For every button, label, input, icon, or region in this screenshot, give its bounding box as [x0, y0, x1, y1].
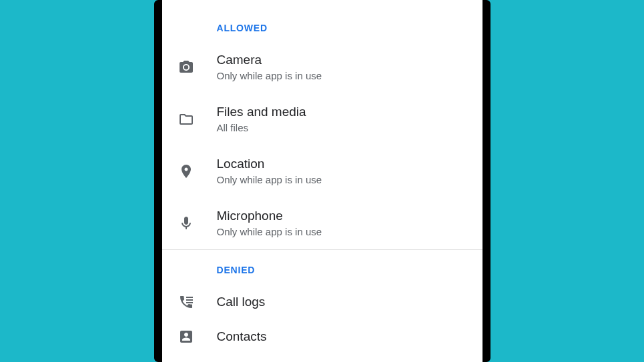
svg-point-0 [184, 65, 188, 69]
call-log-icon [178, 294, 217, 310]
location-icon [178, 163, 217, 179]
permission-text: Microphone Only while app is in use [217, 208, 322, 239]
phone-frame: ALLOWED Camera Only while app is in use … [154, 0, 491, 362]
permission-title: Call logs [217, 294, 266, 310]
permission-subtitle: Only while app is in use [217, 173, 322, 187]
permission-row-camera[interactable]: Camera Only while app is in use [162, 41, 482, 93]
permission-row-files[interactable]: Files and media All files [162, 93, 482, 145]
permission-title: Contacts [217, 329, 267, 345]
folder-icon [178, 111, 217, 127]
permission-title: Camera [217, 52, 322, 68]
permission-text: Call logs [217, 294, 266, 310]
permissions-list: ALLOWED Camera Only while app is in use … [162, 0, 482, 355]
permission-subtitle: Only while app is in use [217, 69, 322, 83]
permission-subtitle: All files [217, 121, 306, 135]
permission-row-contacts[interactable]: Contacts [162, 318, 482, 355]
permission-title: Microphone [217, 208, 322, 224]
permission-row-location[interactable]: Location Only while app is in use [162, 145, 482, 197]
permission-text: Location Only while app is in use [217, 156, 322, 187]
section-header-allowed: ALLOWED [162, 8, 482, 41]
permission-row-microphone[interactable]: Microphone Only while app is in use [162, 197, 482, 249]
permission-text: Files and media All files [217, 104, 306, 135]
permission-text: Camera Only while app is in use [217, 52, 322, 83]
section-header-denied: DENIED [162, 250, 482, 283]
permission-subtitle: Only while app is in use [217, 225, 322, 239]
permission-row-call-logs[interactable]: Call logs [162, 283, 482, 321]
permission-title: Location [217, 156, 322, 172]
permission-text: Contacts [217, 329, 267, 345]
mic-icon [178, 215, 217, 231]
screen: ALLOWED Camera Only while app is in use … [162, 0, 482, 362]
permission-title: Files and media [217, 104, 306, 120]
camera-icon [178, 59, 217, 75]
contacts-icon [178, 329, 217, 345]
